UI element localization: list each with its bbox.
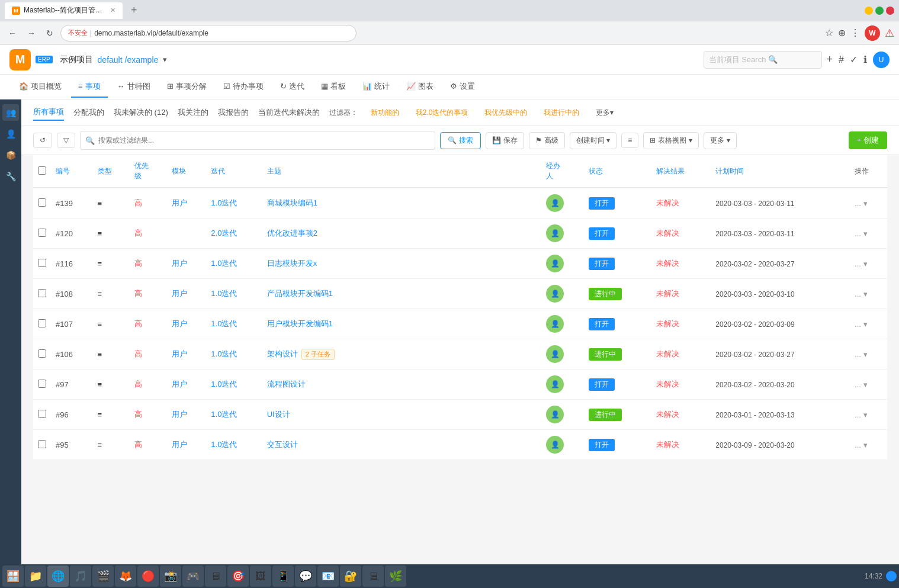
taskbar-music[interactable]: 🎵 [70,565,91,587]
taskbar-app12[interactable]: 🌿 [385,565,406,587]
subtask-badge[interactable]: 2 子任务 [301,349,335,360]
subnav-unresolved-mine[interactable]: 我未解决的 (12) [114,105,168,120]
nav-item-甘特图[interactable]: ↔ 甘特图 [110,76,158,98]
sidebar-item-users[interactable]: 👥 [2,104,19,121]
subnav-assigned[interactable]: 分配我的 [73,105,104,120]
subnav-reported[interactable]: 我报告的 [218,105,249,120]
row-checkbox[interactable] [38,289,46,297]
bookmark-star-icon[interactable]: ☆ [825,27,833,38]
subnav-current-iteration[interactable]: 当前迭代未解决的 [258,105,320,120]
row-status[interactable]: 进行中 [584,339,651,369]
subnav-all-issues[interactable]: 所有事项 [33,104,64,121]
row-actions[interactable]: ... ▾ [850,430,887,460]
filter-button[interactable]: ▽ [57,133,75,148]
taskbar-media[interactable]: 🎬 [92,565,114,587]
row-title[interactable]: 架构设计2 子任务 [262,339,541,369]
row-actions[interactable]: ... ▾ [850,309,887,339]
col-resolution[interactable]: 解决结果 [651,155,711,188]
row-status[interactable]: 打开 [584,369,651,400]
maximize-button[interactable] [875,7,884,15]
sort-order-button[interactable]: ≡ [621,133,638,148]
sidebar-item-package[interactable]: 📦 [2,147,19,163]
row-iteration[interactable]: 1.0迭代 [206,400,262,430]
extensions-icon[interactable]: ⊕ [838,27,846,38]
row-checkbox[interactable] [38,380,46,388]
taskbar-app9[interactable]: 📧 [317,565,339,587]
taskbar-app4[interactable]: 🖥 [205,565,226,587]
nav-item-项目概览[interactable]: 🏠 项目概览 [12,76,69,98]
row-iteration[interactable]: 1.0迭代 [206,249,262,279]
taskbar-app1[interactable]: 🔴 [137,565,159,587]
more-button[interactable]: 更多 ▾ [704,132,736,149]
browser-settings-icon[interactable]: ⋮ [850,27,860,38]
save-button[interactable]: 💾 保存 [486,132,524,149]
search-filter-input[interactable] [98,136,430,144]
nav-item-待办事项[interactable]: ☑ 待办事项 [216,76,271,98]
row-iteration[interactable]: 1.0迭代 [206,188,262,219]
nav-item-看板[interactable]: ▦ 看板 [314,76,353,98]
col-type[interactable]: 类型 [93,155,130,188]
search-button[interactable]: 🔍 搜索 [440,132,481,149]
row-status[interactable]: 打开 [584,309,651,339]
taskbar-app10[interactable]: 🔐 [340,565,361,587]
taskbar-app3[interactable]: 🎮 [182,565,204,587]
row-status[interactable]: 打开 [584,249,651,279]
row-title[interactable]: 商城模块编码1 [262,188,541,219]
row-checkbox[interactable] [38,349,46,358]
col-iteration[interactable]: 迭代 [206,155,262,188]
row-iteration[interactable]: 1.0迭代 [206,339,262,369]
filter-tag-priority-mid[interactable]: 我优先级中的 [481,107,531,119]
row-title[interactable]: 优化改进事项2 [262,219,541,249]
advanced-button[interactable]: ⚑ 高级 [529,132,565,149]
row-title[interactable]: 日志模块开发x [262,249,541,279]
row-status[interactable]: 进行中 [584,400,651,430]
row-iteration[interactable]: 1.0迭代 [206,309,262,339]
row-iteration[interactable]: 1.0迭代 [206,369,262,400]
row-title[interactable]: 产品模块开发编码1 [262,279,541,309]
taskbar-file-explorer[interactable]: 📁 [25,565,46,587]
row-status[interactable]: 打开 [584,430,651,460]
taskbar-start-button[interactable]: 🪟 [2,565,24,587]
project-dropdown-icon[interactable]: ▾ [163,55,167,64]
row-status[interactable]: 进行中 [584,279,651,309]
row-checkbox[interactable] [38,229,46,237]
minimize-button[interactable] [865,7,873,15]
row-status[interactable]: 打开 [584,188,651,219]
info-icon[interactable]: ℹ [863,54,867,65]
taskbar-firefox[interactable]: 🦊 [115,565,136,587]
row-actions[interactable]: ... ▾ [850,249,887,279]
check-circle-icon[interactable]: ✓ [850,54,858,65]
select-all-checkbox[interactable] [38,166,46,175]
tab-close-button[interactable]: ✕ [110,7,115,14]
filter-tag-new-feature[interactable]: 新功能的 [367,107,403,119]
refresh-button[interactable]: ↻ [43,26,57,40]
row-actions[interactable]: ... ▾ [850,279,887,309]
row-actions[interactable]: ... ▾ [850,219,887,249]
nav-item-统计[interactable]: 📊 统计 [355,76,397,98]
taskbar-app7[interactable]: 📱 [272,565,294,587]
sidebar-item-group[interactable]: 👤 [2,126,19,142]
taskbar-app11[interactable]: 🖥 [362,565,384,587]
nav-item-图表[interactable]: 📈 图表 [399,76,441,98]
subnav-followed[interactable]: 我关注的 [178,105,208,120]
nav-item-设置[interactable]: ⚙ 设置 [443,76,482,98]
row-iteration[interactable]: 1.0迭代 [206,279,262,309]
address-input[interactable]: 不安全 | demo.masterlab.vip/default/example [60,25,357,41]
row-actions[interactable]: ... ▾ [850,400,887,430]
row-title[interactable]: UI设计 [262,400,541,430]
col-plan-time[interactable]: 计划时间 [711,155,850,188]
new-tab-button[interactable]: + [127,3,141,18]
nav-item-迭代[interactable]: ↻ 迭代 [273,76,312,98]
close-button[interactable] [886,7,894,15]
search-filter-box[interactable]: 🔍 [80,131,435,150]
nav-item-事项[interactable]: ≡ 事项 [71,76,108,98]
forward-button[interactable]: → [24,26,39,40]
row-title[interactable]: 流程图设计 [262,369,541,400]
view-button[interactable]: ⊞ 表格视图 ▾ [643,132,699,149]
back-button[interactable]: ← [5,26,20,40]
col-assignee[interactable]: 经办人 [541,155,584,188]
col-id[interactable]: 编号 [51,155,93,188]
filter-tag-inprogress[interactable]: 我进行中的 [540,107,583,119]
col-status[interactable]: 状态 [584,155,651,188]
row-checkbox[interactable] [38,319,46,327]
